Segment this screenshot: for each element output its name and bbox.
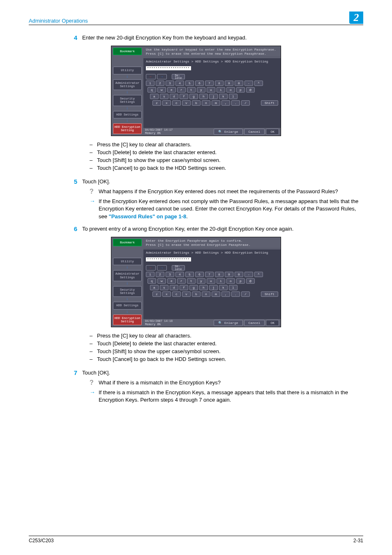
ok-button[interactable]: OK [266,129,279,135]
right-arrow-key[interactable]: → [157,265,167,271]
keyboard-key[interactable]: u [207,278,215,284]
keyboard-key[interactable]: j [209,285,218,290]
keyboard-key[interactable]: , [221,100,230,106]
bookmark-button[interactable]: Bookmark [113,48,142,55]
keyboard-key[interactable]: t [187,278,196,284]
keyboard-key[interactable]: n [202,100,210,106]
bookmark-button[interactable]: Bookmark [113,239,142,246]
keyboard-key[interactable]: r [177,87,186,92]
keyboard-key[interactable]: e [167,278,176,284]
keyboard-key[interactable]: 7 [205,81,214,86]
keyboard-key[interactable]: 6 [195,272,204,277]
enlarge-button[interactable]: 🔍 Enlarge [214,129,242,135]
keyboard-key[interactable]: t [187,87,196,92]
shift-key[interactable]: Shift [261,100,278,106]
keyboard-key[interactable]: e [167,87,176,92]
keyboard-key[interactable]: 9 [225,81,233,86]
keyboard-key[interactable]: 8 [215,81,224,86]
admin-settings-button[interactable]: Administrator Settings [113,270,142,281]
keyboard-key[interactable]: 9 [225,272,233,277]
keyboard-key[interactable]: q [148,278,156,284]
utility-button[interactable]: Utility [113,67,142,74]
cancel-button[interactable]: Cancel [244,129,265,135]
keyboard-key[interactable]: - [244,81,253,86]
keyboard-key[interactable]: 6 [195,81,204,86]
keyboard-key[interactable]: @ [246,87,255,92]
keyboard-key[interactable]: 3 [166,81,174,86]
keyboard-key[interactable]: h [199,285,208,290]
keyboard-key[interactable]: 8 [215,272,224,277]
keyboard-key[interactable]: g [189,285,198,290]
keyboard-key[interactable]: z [152,291,161,297]
keyboard-key[interactable]: d [170,285,178,290]
keyboard-key[interactable]: y [197,87,205,92]
right-arrow-key[interactable]: → [157,74,167,79]
keyboard-key[interactable]: x [162,291,171,297]
keyboard-key[interactable]: 2 [156,81,164,86]
keyboard-key[interactable]: 4 [175,272,184,277]
keyboard-key[interactable]: 0 [235,272,243,277]
keyboard-key[interactable]: w [157,87,166,92]
left-arrow-key[interactable]: ← [146,265,156,271]
cancel-button[interactable]: Cancel [244,320,265,326]
keyboard-key[interactable]: ^ [254,81,263,86]
keyboard-key[interactable]: 5 [185,81,194,86]
keyboard-key[interactable]: / [241,291,250,297]
delete-key[interactable]: De- lete [172,265,185,271]
keyboard-key[interactable]: o [226,87,235,92]
keyboard-key[interactable]: k [219,285,228,290]
keyboard-key[interactable]: d [170,94,178,99]
keyboard-key[interactable]: p [236,278,245,284]
keyboard-key[interactable]: f [180,94,188,99]
passphrase-input[interactable]: ******************** [146,257,191,261]
keyboard-key[interactable]: . [231,100,240,106]
keyboard-key[interactable]: x [162,100,171,106]
keyboard-key[interactable]: c [172,100,181,106]
security-settings-button[interactable]: Security Settings [113,286,142,297]
keyboard-key[interactable]: v [182,291,191,297]
keyboard-key[interactable]: l [229,94,238,99]
hdd-encryption-button[interactable]: HDD Encryption Setting [113,123,142,134]
keyboard-key[interactable]: f [180,285,188,290]
keyboard-key[interactable]: b [192,100,201,106]
keyboard-key[interactable]: 1 [146,272,154,277]
keyboard-key[interactable]: c [172,291,181,297]
security-settings-button[interactable]: Security Settings [113,95,142,106]
keyboard-key[interactable]: , [221,291,230,297]
keyboard-key[interactable]: h [199,94,208,99]
keyboard-key[interactable]: q [148,87,156,92]
ok-button[interactable]: OK [266,320,279,326]
keyboard-key[interactable]: s [160,285,168,290]
keyboard-key[interactable]: - [244,272,253,277]
enlarge-button[interactable]: 🔍 Enlarge [214,320,242,326]
keyboard-key[interactable]: @ [246,278,255,284]
delete-key[interactable]: De- lete [172,74,185,79]
keyboard-key[interactable]: k [219,94,228,99]
hdd-encryption-button[interactable]: HDD Encryption Setting [113,314,142,326]
keyboard-key[interactable]: m [212,291,220,297]
keyboard-key[interactable]: s [160,94,168,99]
keyboard-key[interactable]: i [217,87,225,92]
hdd-settings-button[interactable]: HDD Settings [113,302,142,309]
utility-button[interactable]: Utility [113,258,142,265]
admin-settings-button[interactable]: Administrator Settings [113,79,142,90]
keyboard-key[interactable]: 2 [156,272,164,277]
keyboard-key[interactable]: z [152,100,161,106]
keyboard-key[interactable]: 4 [175,81,184,86]
keyboard-key[interactable]: 3 [166,272,174,277]
keyboard-key[interactable]: p [236,87,245,92]
left-arrow-key[interactable]: ← [146,74,156,79]
keyboard-key[interactable]: / [241,100,250,106]
keyboard-key[interactable]: r [177,278,186,284]
keyboard-key[interactable]: y [197,278,205,284]
keyboard-key[interactable]: j [209,94,218,99]
keyboard-key[interactable]: i [217,278,225,284]
keyboard-key[interactable]: b [192,291,201,297]
keyboard-key[interactable]: m [212,100,220,106]
keyboard-key[interactable]: u [207,87,215,92]
keyboard-key[interactable]: a [150,285,159,290]
password-rules-link[interactable]: "Password Rules" on page 1-8 [109,213,187,220]
keyboard-key[interactable]: l [229,285,238,290]
keyboard-key[interactable]: ^ [254,272,263,277]
keyboard-key[interactable]: n [202,291,210,297]
